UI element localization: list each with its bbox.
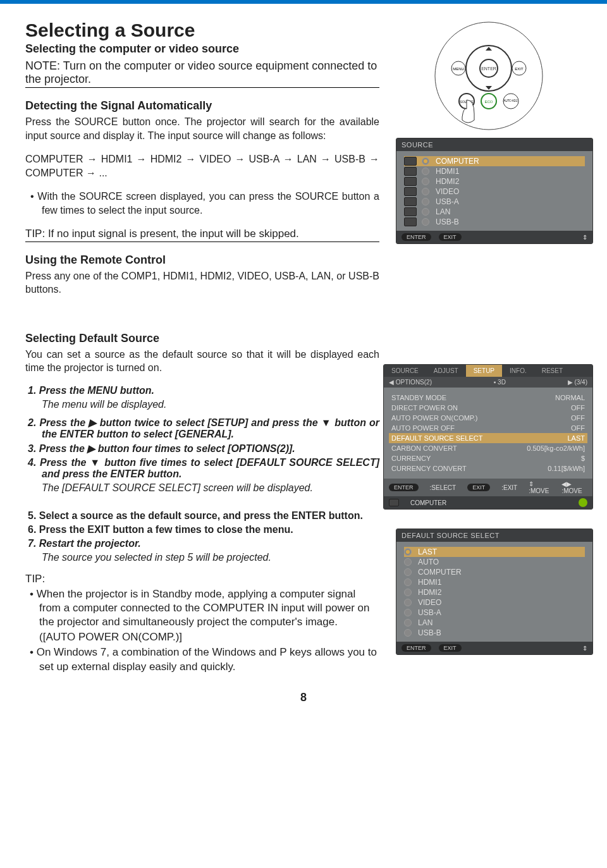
osd-dss: DEFAULT SOURCE SELECT LAST AUTO COMPUTER… <box>396 529 593 655</box>
osd-foot-computer: COMPUTER <box>410 499 446 506</box>
osd-tab: SOURCE <box>384 365 426 377</box>
step-5: 5. Select a source as the default source… <box>25 510 379 522</box>
osd-foot-text: ◀▶ :MOVE <box>561 480 587 494</box>
osd-row-k: DIRECT POWER ON <box>391 404 458 412</box>
remote-heading: Using the Remote Control <box>25 254 379 267</box>
osd-src-item: USB-A <box>436 197 459 206</box>
osd-src-item: LAN <box>436 207 450 216</box>
step-7-note: The source you selected in step 5 will b… <box>25 552 379 563</box>
eco-label: ECO <box>484 100 493 104</box>
page-title: Selecting a Source <box>25 20 379 41</box>
tip2-bullet-1b: ([AUTO POWER ON(COMP.)] <box>25 630 379 644</box>
page-subtitle: Selecting the computer or video source <box>25 42 379 56</box>
detect-bullet: • With the SOURCE screen displayed, you … <box>25 190 379 217</box>
osd-row-v: 0.505[kg-co2/kWh] <box>527 444 585 452</box>
remote-paragraph: Press any one of the COMP1, HDMI1, HDMI2… <box>25 269 379 296</box>
osd-tab: ADJUST <box>426 365 466 377</box>
eco-icon <box>579 498 587 507</box>
detect-chain: COMPUTER → HDMI1 → HDMI2 → VIDEO → USB-A… <box>25 152 379 180</box>
osd-source-title: SOURCE <box>396 138 592 151</box>
step-4-note: The [DEFAULT SOURCE SELECT] screen will … <box>25 482 379 494</box>
osd-row-k: CURRENCY <box>391 455 431 462</box>
osd-dss-item: AUTO <box>418 558 439 566</box>
enter-label: ENTER <box>481 66 496 71</box>
osd-row-v: OFF <box>571 414 585 422</box>
step-7: 7. Restart the projector. <box>25 538 379 549</box>
tip2-head: TIP: <box>25 572 379 586</box>
note-line: NOTE: Turn on the computer or video sour… <box>25 59 379 88</box>
osd-exit-pill: EXIT <box>439 233 462 241</box>
osd-row-k: STANDBY MODE <box>391 394 446 401</box>
detect-paragraph: Press the SOURCE button once. The projec… <box>25 115 379 142</box>
default-paragraph: You can set a source as the default sour… <box>25 348 379 375</box>
detect-heading: Detecting the Signal Automatically <box>25 99 379 113</box>
osd-dss-item: HDMI1 <box>418 578 441 587</box>
osd-row-k: AUTO POWER OFF <box>391 424 455 432</box>
osd-dss-item: VIDEO <box>418 598 441 607</box>
osd-source: SOURCE COMPUTER HDMI1 HDMI2 VIDEO USB-A … <box>396 138 593 244</box>
osd-tab: RESET <box>534 365 570 377</box>
osd-exit-pill: EXIT <box>439 644 462 652</box>
default-heading: Selecting Default Source <box>25 332 379 345</box>
osd-dss-item: LAN <box>418 618 432 627</box>
tip-line-1: TIP: If no input signal is present, the … <box>25 228 379 242</box>
step-1: 1. Press the MENU button. <box>25 385 379 396</box>
osd-src-item: USB-B <box>436 217 459 226</box>
osd-foot-text: :EXIT <box>501 484 517 491</box>
osd-row-k: CURRENCY CONVERT <box>391 465 467 472</box>
osd-row-v: $ <box>581 455 585 462</box>
osd-sub-mid: ▪ 3D <box>494 379 506 386</box>
page-number: 8 <box>0 691 607 704</box>
osd-source-body: COMPUTER HDMI1 HDMI2 VIDEO USB-A LAN USB… <box>396 151 592 231</box>
osd-exit-pill: EXIT <box>467 484 490 491</box>
osd-enter-pill: ENTER <box>402 644 431 652</box>
osd-dss-item: COMPUTER <box>418 568 462 577</box>
autoadj-label: AUTO ADJ. <box>503 99 518 102</box>
osd-dss-item: LAST <box>418 547 437 556</box>
osd-row-v: OFF <box>571 404 585 412</box>
step-3: 3. Press the ▶ button four times to sele… <box>25 443 379 455</box>
osd-dss-item: HDMI2 <box>418 588 441 597</box>
osd-dss-item: USB-B <box>418 628 441 637</box>
tip-block: TIP: • When the projector is in Standby … <box>25 572 379 674</box>
main-column: Selecting a Source Selecting the compute… <box>25 20 379 674</box>
osd-dss-title: DEFAULT SOURCE SELECT <box>396 529 592 542</box>
osd-row-v: 0.11[$/kWh] <box>548 465 585 472</box>
osd-enter-pill: ENTER <box>402 233 431 241</box>
osd-tab: INFO. <box>502 365 534 377</box>
osd-tab-active: SETUP <box>466 365 502 377</box>
step-4: 4. Press the ▼ button five times to sele… <box>25 457 379 480</box>
step-2: 2. Press the ▶ button twice to select [S… <box>25 417 379 440</box>
osd-sub-right: ▶ (3/4) <box>568 379 587 386</box>
osd-src-item: VIDEO <box>436 187 459 196</box>
remote-illustration: ENTER MENU EXIT SOURCE ECO AUTO ADJ. <box>384 19 593 133</box>
osd-row-v: OFF <box>571 424 585 432</box>
osd-src-item: HDMI1 <box>436 167 459 176</box>
tip2-bullet-1: • When the projector is in Standby mode,… <box>25 587 379 629</box>
osd-row-k: DEFAULT SOURCE SELECT <box>391 434 482 442</box>
osd-setup: SOURCE ADJUST SETUP INFO. RESET ◀ OPTION… <box>383 364 593 510</box>
osd-row-k: AUTO POWER ON(COMP.) <box>391 414 478 422</box>
osd-dss-item: USB-A <box>418 608 441 617</box>
osd-sub-left: ◀ OPTIONS(2) <box>389 379 432 386</box>
page: Selecting a Source Selecting the compute… <box>0 0 607 713</box>
osd-enter-pill: ENTER <box>389 484 419 491</box>
osd-src-item: COMPUTER <box>436 157 479 166</box>
osd-row-k: CARBON CONVERT <box>391 444 457 452</box>
osd-row-v: NORMAL <box>555 394 585 401</box>
osd-src-item: HDMI2 <box>436 177 459 186</box>
tip2-bullet-2: • On Windows 7, a combination of the Win… <box>25 645 379 673</box>
menu-label: MENU <box>453 67 464 71</box>
exit-label: EXIT <box>515 67 524 71</box>
osd-row-v: LAST <box>567 434 585 442</box>
osd-foot-text: ⇕ :MOVE <box>529 480 550 494</box>
step-1-note: The menu will be displayed. <box>25 399 379 410</box>
step-6: 6. Press the EXIT button a few times to … <box>25 524 379 535</box>
osd-foot-text: :SELECT <box>430 484 457 491</box>
